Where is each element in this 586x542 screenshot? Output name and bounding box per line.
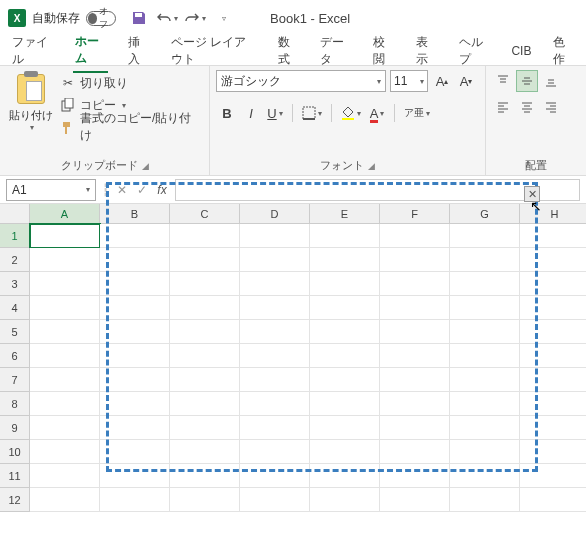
cell[interactable]	[520, 224, 586, 248]
cell[interactable]	[30, 296, 100, 320]
save-icon[interactable]	[128, 7, 150, 29]
cell[interactable]	[380, 464, 450, 488]
autosave-toggle[interactable]: 自動保存 オフ	[32, 10, 116, 27]
cell[interactable]	[450, 224, 520, 248]
cell[interactable]	[450, 368, 520, 392]
cell[interactable]	[100, 440, 170, 464]
cell[interactable]	[380, 272, 450, 296]
font-name-select[interactable]: 游ゴシック▾	[216, 70, 386, 92]
row-header[interactable]: 3	[0, 272, 30, 296]
cell[interactable]	[170, 488, 240, 512]
cell[interactable]	[170, 248, 240, 272]
cell[interactable]	[30, 464, 100, 488]
cell[interactable]	[450, 248, 520, 272]
cell[interactable]	[450, 320, 520, 344]
column-header[interactable]: F	[380, 204, 450, 224]
cell[interactable]	[240, 296, 310, 320]
enter-formula-icon[interactable]: ✓	[133, 183, 151, 197]
cell[interactable]	[170, 320, 240, 344]
cell[interactable]	[100, 296, 170, 320]
cell[interactable]	[100, 464, 170, 488]
column-header[interactable]: D	[240, 204, 310, 224]
cell[interactable]	[380, 344, 450, 368]
align-bottom-icon[interactable]	[540, 70, 562, 92]
cell[interactable]	[380, 392, 450, 416]
cell[interactable]	[170, 296, 240, 320]
cell[interactable]	[30, 392, 100, 416]
row-header[interactable]: 2	[0, 248, 30, 272]
fx-icon[interactable]: fx	[153, 183, 171, 197]
cell[interactable]	[520, 488, 586, 512]
borders-button[interactable]: ▾	[299, 102, 325, 124]
cell[interactable]	[30, 416, 100, 440]
column-header[interactable]: E	[310, 204, 380, 224]
format-painter-button[interactable]: 書式のコピー/貼り付け	[60, 116, 203, 138]
cell[interactable]	[240, 248, 310, 272]
cell[interactable]	[310, 344, 380, 368]
cell[interactable]	[100, 368, 170, 392]
phonetic-button[interactable]: ア亜▾	[401, 102, 433, 124]
cell[interactable]	[380, 368, 450, 392]
cell[interactable]	[100, 392, 170, 416]
cell[interactable]	[240, 392, 310, 416]
cell[interactable]	[310, 320, 380, 344]
cell[interactable]	[240, 416, 310, 440]
cell[interactable]	[100, 320, 170, 344]
cell[interactable]	[450, 392, 520, 416]
cell[interactable]	[450, 272, 520, 296]
cell[interactable]	[520, 440, 586, 464]
cut-button[interactable]: ✂ 切り取り	[60, 72, 203, 94]
row-header[interactable]: 9	[0, 416, 30, 440]
cell[interactable]	[450, 464, 520, 488]
select-all-corner[interactable]	[0, 204, 30, 224]
align-right-icon[interactable]	[540, 96, 562, 118]
column-header[interactable]: A	[30, 204, 100, 224]
cell[interactable]	[170, 224, 240, 248]
cell[interactable]	[450, 344, 520, 368]
cell[interactable]	[100, 224, 170, 248]
undo-icon[interactable]: ▾	[156, 7, 178, 29]
cell[interactable]	[310, 248, 380, 272]
underline-button[interactable]: U▾	[264, 102, 286, 124]
cell[interactable]	[310, 296, 380, 320]
cell[interactable]	[240, 320, 310, 344]
chevron-down-icon[interactable]: ▾	[86, 185, 90, 194]
column-header[interactable]: B	[100, 204, 170, 224]
toggle-switch[interactable]: オフ	[86, 11, 116, 26]
cell[interactable]	[380, 440, 450, 464]
clipboard-launcher-icon[interactable]: ◢	[142, 161, 149, 171]
qat-customize-icon[interactable]: ▿	[212, 7, 234, 29]
align-center-icon[interactable]	[516, 96, 538, 118]
cell[interactable]	[30, 488, 100, 512]
cell[interactable]	[380, 296, 450, 320]
row-header[interactable]: 1	[0, 224, 30, 248]
cell[interactable]	[380, 224, 450, 248]
cell[interactable]	[30, 440, 100, 464]
cell[interactable]	[380, 320, 450, 344]
cell[interactable]	[520, 368, 586, 392]
increase-font-icon[interactable]: A▴	[432, 71, 452, 91]
cell[interactable]	[170, 440, 240, 464]
cell[interactable]	[170, 464, 240, 488]
cell[interactable]	[100, 344, 170, 368]
italic-button[interactable]: I	[240, 102, 262, 124]
cell[interactable]	[380, 416, 450, 440]
cell[interactable]	[170, 368, 240, 392]
cell[interactable]	[520, 344, 586, 368]
cell[interactable]	[450, 488, 520, 512]
row-header[interactable]: 4	[0, 296, 30, 320]
align-left-icon[interactable]	[492, 96, 514, 118]
cell[interactable]	[170, 272, 240, 296]
cell[interactable]	[30, 272, 100, 296]
cell[interactable]	[520, 392, 586, 416]
font-launcher-icon[interactable]: ◢	[368, 161, 375, 171]
cell[interactable]	[240, 344, 310, 368]
align-top-icon[interactable]	[492, 70, 514, 92]
cell[interactable]	[520, 272, 586, 296]
tab-cib[interactable]: CIB	[509, 40, 533, 62]
column-header[interactable]: C	[170, 204, 240, 224]
bold-button[interactable]: B	[216, 102, 238, 124]
row-header[interactable]: 7	[0, 368, 30, 392]
cell[interactable]	[240, 440, 310, 464]
cell[interactable]	[100, 248, 170, 272]
